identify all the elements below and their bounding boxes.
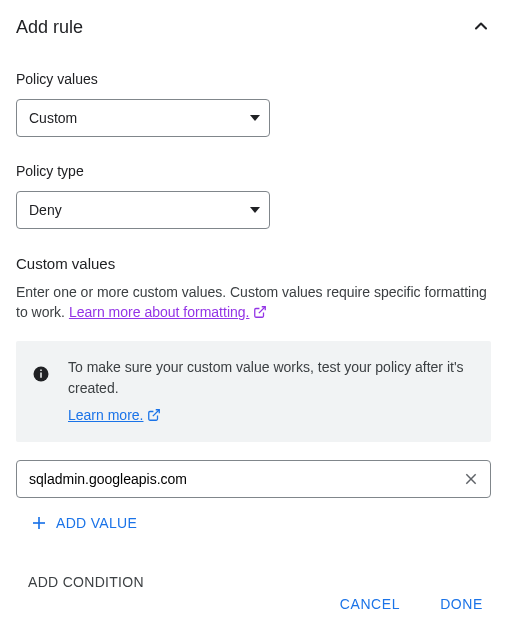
svg-line-0 xyxy=(259,307,265,313)
policy-values-label: Policy values xyxy=(16,71,491,87)
policy-type-value: Deny xyxy=(16,191,270,229)
done-button[interactable]: DONE xyxy=(432,590,491,618)
custom-values-heading: Custom values xyxy=(16,255,491,272)
external-link-icon xyxy=(147,408,161,422)
svg-rect-3 xyxy=(40,369,42,371)
policy-values-value: Custom xyxy=(16,99,270,137)
policy-type-label: Policy type xyxy=(16,163,491,179)
info-box: To make sure your custom value works, te… xyxy=(16,341,491,442)
header: Add rule xyxy=(16,16,491,39)
info-learn-more-link[interactable]: Learn more. xyxy=(68,405,161,426)
info-icon xyxy=(32,365,50,383)
policy-values-select[interactable]: Custom xyxy=(16,99,270,137)
add-condition-button[interactable]: ADD CONDITION xyxy=(28,570,144,594)
panel-title: Add rule xyxy=(16,17,83,38)
custom-values-helper: Enter one or more custom values. Custom … xyxy=(16,282,491,323)
footer-actions: CANCEL DONE xyxy=(332,590,491,618)
chevron-up-icon xyxy=(471,16,491,36)
close-icon xyxy=(463,471,479,487)
custom-value-input[interactable] xyxy=(16,460,491,498)
info-icon-column xyxy=(32,357,50,426)
policy-type-select[interactable]: Deny xyxy=(16,191,270,229)
add-value-label: ADD VALUE xyxy=(56,515,137,531)
custom-value-row xyxy=(16,460,491,498)
info-text: To make sure your custom value works, te… xyxy=(68,357,475,426)
svg-line-4 xyxy=(153,410,159,416)
cancel-button[interactable]: CANCEL xyxy=(332,590,408,618)
collapse-toggle[interactable] xyxy=(471,16,491,39)
clear-value-button[interactable] xyxy=(459,467,483,491)
svg-rect-2 xyxy=(40,372,42,377)
learn-formatting-link[interactable]: Learn more about formatting. xyxy=(69,302,268,322)
external-link-icon xyxy=(253,305,267,319)
add-value-button[interactable]: ADD VALUE xyxy=(26,508,141,538)
plus-icon xyxy=(30,514,48,532)
info-message: To make sure your custom value works, te… xyxy=(68,357,475,399)
